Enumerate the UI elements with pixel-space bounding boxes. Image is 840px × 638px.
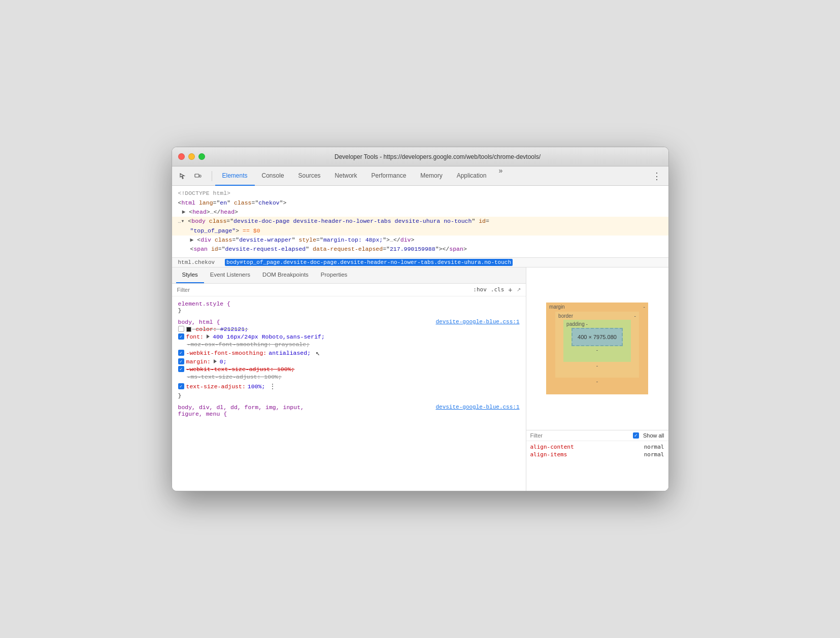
- checkbox-font[interactable]: [178, 333, 184, 340]
- computed-filter-bar: Show all: [526, 430, 668, 441]
- tab-sources[interactable]: Sources: [291, 166, 328, 186]
- box-model-diagram: margin - border - padding - 400 × 7975.0…: [526, 267, 668, 430]
- margin-value: -: [644, 304, 645, 310]
- css-selector-figure[interactable]: figure, menu {: [178, 411, 227, 417]
- maximize-button[interactable]: [198, 153, 205, 160]
- devtools-toolbar: Elements Console Sources Network Perform…: [172, 166, 668, 186]
- cursor-icon: ↖: [316, 349, 320, 357]
- dom-line-body-open[interactable]: … <body class="devsite-doc-page devsite-…: [172, 217, 668, 226]
- margin-bottom: -: [555, 378, 639, 385]
- css-property-webkit-font: -webkit-font-smoothing: antialiased; ↖: [178, 348, 520, 358]
- dom-panel: <!DOCTYPE html> <html lang="en" class="c…: [172, 186, 668, 258]
- box-border: border - padding - 400 × 7975.080 - -: [555, 312, 639, 378]
- padding-label: padding -: [566, 321, 588, 327]
- kebab-menu-icon[interactable]: ⋮: [649, 171, 664, 182]
- breadcrumb-item-body[interactable]: body#top_of_page.devsite-doc-page.devsit…: [225, 259, 513, 266]
- box-content: 400 × 7975.080: [572, 328, 623, 346]
- css-property-ms-text-size: -ms-text-size-adjust: 100%;: [178, 373, 520, 381]
- checkbox-color[interactable]: [178, 326, 184, 332]
- triangle-font[interactable]: [207, 334, 210, 339]
- filter-input[interactable]: [177, 287, 469, 293]
- dom-line-html[interactable]: <html lang="en" class="chekov">: [172, 198, 668, 208]
- triangle-margin[interactable]: [214, 359, 217, 363]
- computed-val: normal: [644, 444, 664, 450]
- toolbar-divider: [212, 171, 212, 181]
- css-property-margin: margin: 0;: [178, 358, 520, 365]
- css-property-color: color: #212121;: [178, 325, 520, 333]
- tab-memory[interactable]: Memory: [413, 166, 449, 186]
- styles-panel: Styles Event Listeners DOM Breakpoints P…: [172, 267, 526, 491]
- traffic-lights: [178, 153, 205, 160]
- css-property-font: font: 400 16px/24px Roboto,sans-serif;: [178, 333, 520, 341]
- new-style-icon[interactable]: ↗: [517, 287, 521, 292]
- css-selector-body-div[interactable]: body, div, dl, dd, form, img, input,: [178, 404, 304, 411]
- inspect-icon[interactable]: [176, 170, 189, 183]
- svg-rect-0: [195, 174, 199, 177]
- checkbox-webkit-font[interactable]: [178, 350, 184, 356]
- css-rules: element.style { } body, html { devsite-g…: [172, 296, 526, 491]
- svg-rect-1: [199, 175, 201, 177]
- tab-application[interactable]: Application: [450, 166, 494, 186]
- checkbox-text-size[interactable]: [178, 383, 184, 389]
- color-swatch: [186, 327, 191, 332]
- tab-list: Elements Console Sources Network Perform…: [215, 166, 506, 186]
- tab-console[interactable]: Console: [255, 166, 291, 186]
- breadcrumb-item-html[interactable]: html.chekov: [178, 259, 215, 265]
- show-all-checkbox[interactable]: [633, 432, 639, 439]
- computed-filter-input[interactable]: [530, 432, 629, 439]
- border-label: border: [558, 313, 573, 319]
- devtools-window: Developer Tools - https://developers.goo…: [172, 147, 669, 491]
- dom-line-doctype: <!DOCTYPE html>: [172, 189, 668, 198]
- checkbox-margin[interactable]: [178, 358, 184, 364]
- computed-val2: normal: [644, 451, 664, 458]
- css-source-link2[interactable]: devsite-google-blue.css:1: [435, 404, 519, 410]
- tab-elements[interactable]: Elements: [215, 166, 255, 186]
- computed-prop2: align-items: [530, 451, 567, 458]
- close-button[interactable]: [178, 153, 185, 160]
- css-property-moz: -moz-osx-font-smoothing: grayscale;: [178, 341, 520, 348]
- css-property-text-size: text-size-adjust: 100%; ⋮: [178, 381, 520, 392]
- css-selector[interactable]: element.style {: [178, 300, 231, 307]
- cls-button[interactable]: .cls: [491, 286, 505, 293]
- toolbar-icons: [176, 170, 205, 183]
- device-toggle-icon[interactable]: [191, 170, 205, 183]
- checkbox-webkit-text-size[interactable]: [178, 366, 184, 372]
- dom-line-span[interactable]: <span id="devsite-request-elapsed" data-…: [172, 245, 668, 254]
- tab-performance[interactable]: Performance: [364, 166, 414, 186]
- margin-label: margin: [549, 304, 565, 310]
- show-all-label: Show all: [643, 432, 664, 439]
- css-rule-body-div: body, div, dl, dd, form, img, input, dev…: [172, 403, 526, 418]
- css-rule-element-style: element.style { }: [172, 299, 526, 315]
- content-size: 400 × 7975.080: [578, 334, 617, 340]
- box-margin: margin - border - padding - 400 × 7975.0…: [546, 303, 648, 394]
- computed-prop: align-content: [530, 444, 574, 450]
- dom-line-body-id[interactable]: "top_of_page"> == $0: [172, 226, 668, 236]
- add-style-icon[interactable]: +: [508, 286, 512, 294]
- padding-bottom: -: [572, 346, 623, 354]
- filter-bar: :hov .cls + ↗: [172, 284, 526, 296]
- more-tabs-icon[interactable]: »: [495, 166, 506, 186]
- minimize-button[interactable]: [188, 153, 195, 160]
- titlebar: Developer Tools - https://developers.goo…: [172, 147, 668, 166]
- css-rule-body-html: body, html { devsite-google-blue.css:1 c…: [172, 318, 526, 400]
- box-padding: padding - 400 × 7975.080 -: [563, 320, 631, 362]
- devtools-body: <!DOCTYPE html> <html lang="en" class="c…: [172, 186, 668, 491]
- breadcrumb: html.chekov body#top_of_page.devsite-doc…: [172, 258, 668, 267]
- css-selector-body-html[interactable]: body, html {: [178, 319, 220, 325]
- tab-event-listeners[interactable]: Event Listeners: [204, 267, 256, 283]
- border-value: -: [634, 313, 636, 319]
- hov-button[interactable]: :hov: [473, 286, 487, 293]
- computed-row-align-content: align-content normal: [530, 443, 664, 451]
- main-content: Styles Event Listeners DOM Breakpoints P…: [172, 267, 668, 491]
- tab-properties[interactable]: Properties: [315, 267, 353, 283]
- three-dots-icon[interactable]: ⋮: [267, 381, 278, 392]
- css-source-link[interactable]: devsite-google-blue.css:1: [435, 319, 519, 325]
- computed-panel: Show all align-content normal align-item…: [526, 430, 668, 491]
- tab-dom-breakpoints[interactable]: DOM Breakpoints: [256, 267, 315, 283]
- tab-network[interactable]: Network: [328, 166, 364, 186]
- computed-list: align-content normal align-items normal: [526, 441, 668, 460]
- dom-line-div[interactable]: <div class="devsite-wrapper" style="marg…: [172, 236, 668, 245]
- tab-styles[interactable]: Styles: [176, 267, 204, 283]
- dom-line-head[interactable]: ► <head>…</head>: [172, 208, 668, 217]
- window-title: Developer Tools - https://developers.goo…: [213, 153, 662, 160]
